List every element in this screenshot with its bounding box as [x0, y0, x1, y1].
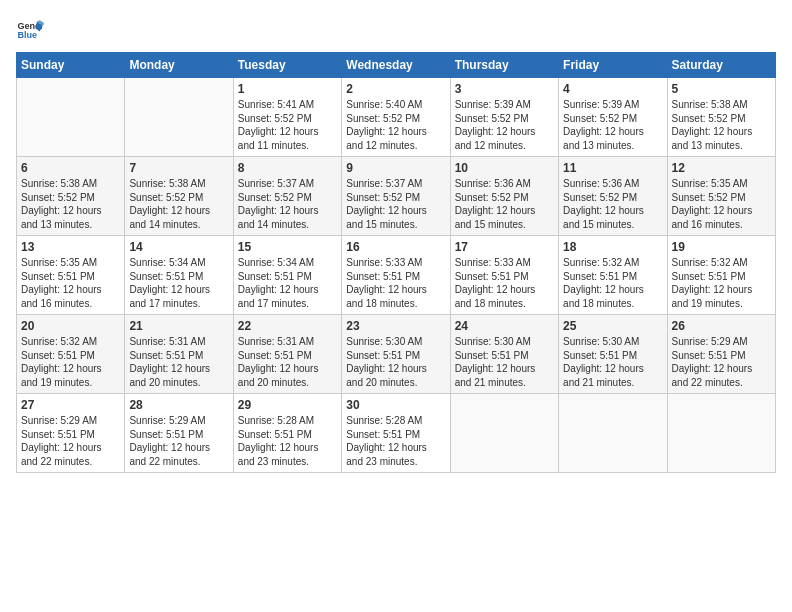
- day-number: 22: [238, 319, 337, 333]
- calendar-week-row: 13Sunrise: 5:35 AM Sunset: 5:51 PM Dayli…: [17, 236, 776, 315]
- calendar-cell: 8Sunrise: 5:37 AM Sunset: 5:52 PM Daylig…: [233, 157, 341, 236]
- day-number: 18: [563, 240, 662, 254]
- day-number: 28: [129, 398, 228, 412]
- day-number: 20: [21, 319, 120, 333]
- calendar-cell: 13Sunrise: 5:35 AM Sunset: 5:51 PM Dayli…: [17, 236, 125, 315]
- day-number: 2: [346, 82, 445, 96]
- day-number: 17: [455, 240, 554, 254]
- calendar-cell: 6Sunrise: 5:38 AM Sunset: 5:52 PM Daylig…: [17, 157, 125, 236]
- calendar-cell: 9Sunrise: 5:37 AM Sunset: 5:52 PM Daylig…: [342, 157, 450, 236]
- day-number: 26: [672, 319, 771, 333]
- day-number: 29: [238, 398, 337, 412]
- day-info: Sunrise: 5:32 AM Sunset: 5:51 PM Dayligh…: [672, 256, 771, 310]
- weekday-header: Sunday: [17, 53, 125, 78]
- logo-icon: General Blue: [16, 16, 44, 44]
- day-info: Sunrise: 5:35 AM Sunset: 5:51 PM Dayligh…: [21, 256, 120, 310]
- calendar-cell: 11Sunrise: 5:36 AM Sunset: 5:52 PM Dayli…: [559, 157, 667, 236]
- day-info: Sunrise: 5:29 AM Sunset: 5:51 PM Dayligh…: [129, 414, 228, 468]
- calendar-cell: [667, 394, 775, 473]
- day-info: Sunrise: 5:32 AM Sunset: 5:51 PM Dayligh…: [563, 256, 662, 310]
- calendar-cell: 24Sunrise: 5:30 AM Sunset: 5:51 PM Dayli…: [450, 315, 558, 394]
- day-number: 9: [346, 161, 445, 175]
- svg-text:Blue: Blue: [17, 30, 37, 40]
- logo: General Blue: [16, 16, 44, 44]
- calendar-cell: 5Sunrise: 5:38 AM Sunset: 5:52 PM Daylig…: [667, 78, 775, 157]
- calendar-cell: 18Sunrise: 5:32 AM Sunset: 5:51 PM Dayli…: [559, 236, 667, 315]
- day-number: 3: [455, 82, 554, 96]
- day-number: 7: [129, 161, 228, 175]
- day-number: 10: [455, 161, 554, 175]
- day-number: 11: [563, 161, 662, 175]
- day-number: 23: [346, 319, 445, 333]
- calendar-cell: 22Sunrise: 5:31 AM Sunset: 5:51 PM Dayli…: [233, 315, 341, 394]
- day-info: Sunrise: 5:30 AM Sunset: 5:51 PM Dayligh…: [346, 335, 445, 389]
- day-info: Sunrise: 5:39 AM Sunset: 5:52 PM Dayligh…: [563, 98, 662, 152]
- day-info: Sunrise: 5:32 AM Sunset: 5:51 PM Dayligh…: [21, 335, 120, 389]
- weekday-header: Friday: [559, 53, 667, 78]
- calendar-cell: 4Sunrise: 5:39 AM Sunset: 5:52 PM Daylig…: [559, 78, 667, 157]
- calendar-cell: 3Sunrise: 5:39 AM Sunset: 5:52 PM Daylig…: [450, 78, 558, 157]
- day-number: 16: [346, 240, 445, 254]
- day-number: 19: [672, 240, 771, 254]
- day-number: 1: [238, 82, 337, 96]
- day-info: Sunrise: 5:33 AM Sunset: 5:51 PM Dayligh…: [346, 256, 445, 310]
- day-info: Sunrise: 5:37 AM Sunset: 5:52 PM Dayligh…: [238, 177, 337, 231]
- day-number: 14: [129, 240, 228, 254]
- day-info: Sunrise: 5:30 AM Sunset: 5:51 PM Dayligh…: [563, 335, 662, 389]
- day-info: Sunrise: 5:34 AM Sunset: 5:51 PM Dayligh…: [129, 256, 228, 310]
- calendar-cell: 26Sunrise: 5:29 AM Sunset: 5:51 PM Dayli…: [667, 315, 775, 394]
- day-info: Sunrise: 5:30 AM Sunset: 5:51 PM Dayligh…: [455, 335, 554, 389]
- day-info: Sunrise: 5:34 AM Sunset: 5:51 PM Dayligh…: [238, 256, 337, 310]
- calendar-cell: 27Sunrise: 5:29 AM Sunset: 5:51 PM Dayli…: [17, 394, 125, 473]
- day-info: Sunrise: 5:39 AM Sunset: 5:52 PM Dayligh…: [455, 98, 554, 152]
- day-info: Sunrise: 5:38 AM Sunset: 5:52 PM Dayligh…: [129, 177, 228, 231]
- calendar-cell: [450, 394, 558, 473]
- day-info: Sunrise: 5:29 AM Sunset: 5:51 PM Dayligh…: [672, 335, 771, 389]
- calendar-cell: 15Sunrise: 5:34 AM Sunset: 5:51 PM Dayli…: [233, 236, 341, 315]
- day-info: Sunrise: 5:35 AM Sunset: 5:52 PM Dayligh…: [672, 177, 771, 231]
- day-number: 15: [238, 240, 337, 254]
- weekday-header: Monday: [125, 53, 233, 78]
- day-info: Sunrise: 5:38 AM Sunset: 5:52 PM Dayligh…: [672, 98, 771, 152]
- day-number: 8: [238, 161, 337, 175]
- day-info: Sunrise: 5:31 AM Sunset: 5:51 PM Dayligh…: [129, 335, 228, 389]
- calendar-cell: 16Sunrise: 5:33 AM Sunset: 5:51 PM Dayli…: [342, 236, 450, 315]
- calendar-cell: 30Sunrise: 5:28 AM Sunset: 5:51 PM Dayli…: [342, 394, 450, 473]
- day-number: 30: [346, 398, 445, 412]
- calendar-cell: [125, 78, 233, 157]
- day-info: Sunrise: 5:37 AM Sunset: 5:52 PM Dayligh…: [346, 177, 445, 231]
- day-number: 27: [21, 398, 120, 412]
- day-info: Sunrise: 5:36 AM Sunset: 5:52 PM Dayligh…: [455, 177, 554, 231]
- day-info: Sunrise: 5:36 AM Sunset: 5:52 PM Dayligh…: [563, 177, 662, 231]
- calendar-cell: 25Sunrise: 5:30 AM Sunset: 5:51 PM Dayli…: [559, 315, 667, 394]
- calendar-week-row: 20Sunrise: 5:32 AM Sunset: 5:51 PM Dayli…: [17, 315, 776, 394]
- calendar-cell: 12Sunrise: 5:35 AM Sunset: 5:52 PM Dayli…: [667, 157, 775, 236]
- calendar-week-row: 6Sunrise: 5:38 AM Sunset: 5:52 PM Daylig…: [17, 157, 776, 236]
- calendar-cell: [559, 394, 667, 473]
- day-number: 12: [672, 161, 771, 175]
- calendar-cell: 21Sunrise: 5:31 AM Sunset: 5:51 PM Dayli…: [125, 315, 233, 394]
- calendar-cell: 10Sunrise: 5:36 AM Sunset: 5:52 PM Dayli…: [450, 157, 558, 236]
- day-number: 4: [563, 82, 662, 96]
- day-info: Sunrise: 5:38 AM Sunset: 5:52 PM Dayligh…: [21, 177, 120, 231]
- day-info: Sunrise: 5:41 AM Sunset: 5:52 PM Dayligh…: [238, 98, 337, 152]
- calendar-cell: 7Sunrise: 5:38 AM Sunset: 5:52 PM Daylig…: [125, 157, 233, 236]
- day-info: Sunrise: 5:40 AM Sunset: 5:52 PM Dayligh…: [346, 98, 445, 152]
- calendar-cell: 29Sunrise: 5:28 AM Sunset: 5:51 PM Dayli…: [233, 394, 341, 473]
- calendar-cell: 20Sunrise: 5:32 AM Sunset: 5:51 PM Dayli…: [17, 315, 125, 394]
- day-number: 21: [129, 319, 228, 333]
- day-info: Sunrise: 5:28 AM Sunset: 5:51 PM Dayligh…: [346, 414, 445, 468]
- day-info: Sunrise: 5:28 AM Sunset: 5:51 PM Dayligh…: [238, 414, 337, 468]
- page-header: General Blue: [16, 16, 776, 44]
- calendar-week-row: 27Sunrise: 5:29 AM Sunset: 5:51 PM Dayli…: [17, 394, 776, 473]
- calendar-cell: [17, 78, 125, 157]
- weekday-header: Wednesday: [342, 53, 450, 78]
- day-info: Sunrise: 5:29 AM Sunset: 5:51 PM Dayligh…: [21, 414, 120, 468]
- calendar-cell: 2Sunrise: 5:40 AM Sunset: 5:52 PM Daylig…: [342, 78, 450, 157]
- day-number: 6: [21, 161, 120, 175]
- day-number: 25: [563, 319, 662, 333]
- day-info: Sunrise: 5:31 AM Sunset: 5:51 PM Dayligh…: [238, 335, 337, 389]
- calendar-table: SundayMondayTuesdayWednesdayThursdayFrid…: [16, 52, 776, 473]
- weekday-header: Thursday: [450, 53, 558, 78]
- weekday-header-row: SundayMondayTuesdayWednesdayThursdayFrid…: [17, 53, 776, 78]
